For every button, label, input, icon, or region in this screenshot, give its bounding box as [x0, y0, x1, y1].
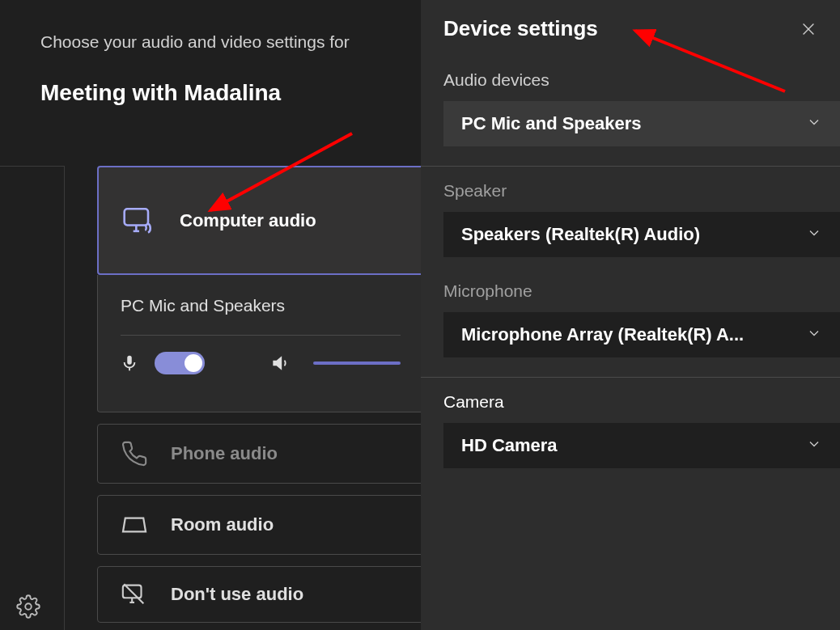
option-dont-use-audio[interactable]: Don't use audio — [97, 566, 424, 623]
phone-icon — [121, 440, 148, 467]
monitor-speaker-icon — [121, 203, 157, 239]
dropdown-value: PC Mic and Speakers — [461, 113, 642, 134]
audio-controls-row — [121, 352, 401, 374]
dropdown-value: Microphone Array (Realtek(R) A... — [461, 324, 744, 345]
section-speaker: Speaker Speakers (Realtek(R) Audio) — [421, 167, 840, 277]
audio-devices-dropdown[interactable]: PC Mic and Speakers — [443, 101, 840, 146]
room-icon — [121, 514, 148, 536]
monitor-off-icon — [121, 581, 148, 608]
close-button[interactable] — [796, 17, 821, 41]
section-microphone: Microphone Microphone Array (Realtek(R) … — [421, 277, 840, 377]
panel-header: Device settings — [421, 0, 840, 56]
audio-option-list: Computer audio PC Mic and Speakers — [97, 166, 424, 623]
device-settings-panel: Device settings Audio devices PC Mic and… — [421, 0, 840, 630]
svg-rect-2 — [127, 356, 132, 365]
speaker-dropdown[interactable]: Speakers (Realtek(R) Audio) — [443, 212, 840, 257]
chevron-down-icon — [806, 325, 822, 345]
option-label: Room audio — [171, 514, 274, 535]
svg-rect-1 — [125, 209, 148, 225]
section-label: Microphone — [443, 281, 840, 301]
option-phone-audio[interactable]: Phone audio — [97, 424, 424, 484]
toggle-knob — [185, 354, 202, 372]
divider — [121, 335, 401, 336]
camera-dropdown[interactable]: HD Camera — [443, 423, 840, 468]
section-label: Camera — [443, 392, 840, 412]
prejoin-header: Choose your audio and video settings for… — [0, 0, 421, 106]
panel-title: Device settings — [443, 16, 598, 41]
mic-toggle[interactable] — [155, 352, 205, 374]
microphone-dropdown[interactable]: Microphone Array (Realtek(R) A... — [443, 312, 840, 357]
option-room-audio[interactable]: Room audio — [97, 495, 424, 555]
dropdown-value: Speakers (Realtek(R) Audio) — [461, 224, 700, 245]
chevron-down-icon — [806, 225, 822, 244]
chevron-down-icon — [806, 114, 822, 133]
computer-audio-device-panel: PC Mic and Speakers — [97, 275, 424, 412]
option-computer-audio[interactable]: Computer audio — [97, 166, 424, 275]
dropdown-value: HD Camera — [461, 435, 558, 456]
prejoin-subtitle: Choose your audio and video settings for — [40, 32, 380, 52]
option-label: Phone audio — [171, 443, 278, 464]
section-label: Audio devices — [443, 70, 840, 90]
speaker-icon — [269, 353, 291, 374]
prejoin-area: Choose your audio and video settings for… — [0, 0, 421, 630]
option-label: Don't use audio — [171, 584, 303, 605]
chevron-down-icon — [806, 436, 822, 455]
section-camera: Camera HD Camera — [421, 378, 840, 488]
selected-device-name: PC Mic and Speakers — [121, 296, 401, 315]
option-label: Computer audio — [180, 210, 316, 231]
section-audio-devices: Audio devices PC Mic and Speakers — [421, 56, 840, 166]
close-icon — [800, 20, 817, 38]
section-label: Speaker — [443, 181, 840, 201]
microphone-icon — [121, 353, 138, 374]
volume-slider[interactable] — [313, 362, 401, 365]
meeting-title: Meeting with Madalina — [40, 80, 380, 106]
